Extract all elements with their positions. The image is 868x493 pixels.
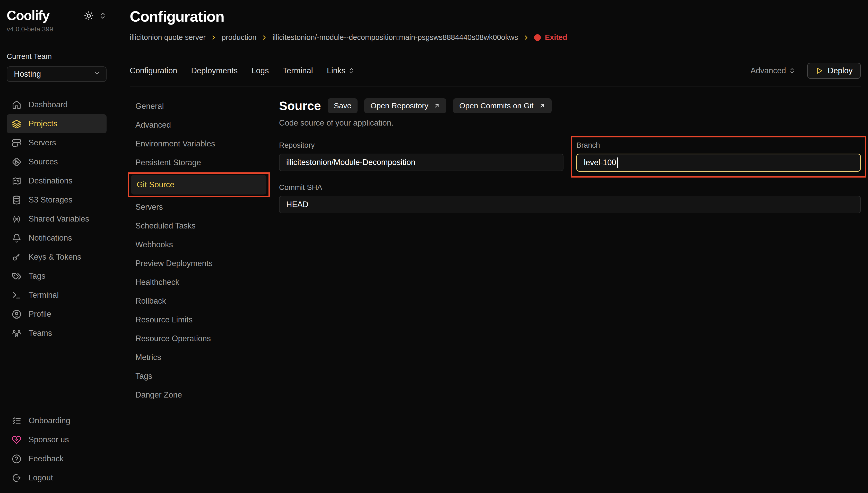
- subnav-item-rollback[interactable]: Rollback: [130, 292, 267, 310]
- branch-label: Branch: [576, 141, 861, 150]
- sidebar-item-sources[interactable]: Sources: [7, 152, 107, 171]
- sidebar: Coolify v4.0.0-beta.399 Current Team Hos…: [0, 0, 113, 493]
- sidebar-item-tags[interactable]: Tags: [7, 266, 107, 286]
- layers-icon: [12, 119, 21, 129]
- commit-sha-label: Commit SHA: [279, 183, 861, 192]
- subnav-item-preview-deployments[interactable]: Preview Deployments: [130, 254, 267, 273]
- subnav-item-servers[interactable]: Servers: [130, 198, 267, 216]
- advanced-toggle[interactable]: Advanced: [750, 66, 796, 76]
- sidebar-item-sponsor-us[interactable]: Sponsor us: [7, 430, 107, 449]
- variable-icon: [12, 214, 21, 224]
- sidebar-item-logout[interactable]: Logout: [7, 468, 107, 487]
- sidebar-item-feedback[interactable]: Feedback: [7, 449, 107, 468]
- app-logo: Coolify: [7, 8, 49, 23]
- repository-input[interactable]: [279, 154, 564, 171]
- tab-configuration[interactable]: Configuration: [130, 66, 177, 76]
- chevron-right-icon: [261, 34, 268, 41]
- tab-links[interactable]: Links: [327, 66, 355, 76]
- logout-icon: [12, 473, 21, 483]
- heart-icon: [12, 435, 21, 445]
- sidebar-nav: Dashboard Projects Servers Sources Desti…: [7, 95, 107, 343]
- coolify-app: Coolify v4.0.0-beta.399 Current Team Hos…: [0, 0, 868, 493]
- subnav-item-persistent-storage[interactable]: Persistent Storage: [130, 153, 267, 172]
- subnav-item-tags[interactable]: Tags: [130, 367, 267, 385]
- breadcrumb-application[interactable]: illicitestonion/-module--decomposition:m…: [272, 33, 518, 42]
- current-team-label: Current Team: [7, 52, 107, 61]
- config-subnav: General Advanced Environment Variables P…: [130, 97, 267, 404]
- subnav-item-danger-zone[interactable]: Danger Zone: [130, 385, 267, 404]
- sidebar-item-servers[interactable]: Servers: [7, 133, 107, 152]
- external-link-icon: [539, 102, 546, 109]
- subnav-item-resource-operations[interactable]: Resource Operations: [130, 329, 267, 348]
- status-dot-icon: [534, 34, 541, 41]
- repository-field: Repository: [279, 141, 564, 177]
- sidebar-item-keys-tokens[interactable]: Keys & Tokens: [7, 248, 107, 266]
- team-select[interactable]: Hosting: [7, 66, 107, 82]
- subnav-item-resource-limits[interactable]: Resource Limits: [130, 310, 267, 329]
- sidebar-item-dashboard[interactable]: Dashboard: [7, 95, 107, 114]
- save-button[interactable]: Save: [328, 98, 358, 113]
- key-icon: [12, 252, 21, 262]
- checklist-icon: [12, 416, 21, 426]
- chevrons-up-down-icon: [789, 67, 796, 74]
- theme-chevrons-icon[interactable]: [99, 12, 107, 20]
- breadcrumb-project[interactable]: illicitonion quote server: [130, 33, 206, 42]
- main-content: Configuration illicitonion quote server …: [113, 0, 868, 493]
- tab-terminal[interactable]: Terminal: [283, 66, 313, 76]
- bell-icon: [12, 233, 21, 243]
- deploy-button[interactable]: Deploy: [807, 63, 861, 79]
- open-repository-button[interactable]: Open Repository: [364, 98, 446, 113]
- map-icon: [12, 176, 21, 186]
- subnav-item-webhooks[interactable]: Webhooks: [130, 235, 267, 254]
- sidebar-item-shared-variables[interactable]: Shared Variables: [7, 210, 107, 229]
- subnav-item-scheduled-tasks[interactable]: Scheduled Tasks: [130, 216, 267, 235]
- team-select-value: Hosting: [14, 69, 41, 79]
- section-title: Source: [279, 99, 321, 113]
- page-title: Configuration: [130, 8, 861, 25]
- tab-logs[interactable]: Logs: [252, 66, 269, 76]
- text-cursor: [617, 157, 618, 168]
- tab-deployments[interactable]: Deployments: [191, 66, 238, 76]
- chevrons-up-down-icon: [348, 67, 355, 74]
- git-source-annotation-box: Git Source: [128, 172, 270, 197]
- app-version: v4.0.0-beta.399: [7, 25, 107, 33]
- sidebar-bottom-nav: Onboarding Sponsor us Feedback Logout: [7, 411, 107, 487]
- play-icon: [816, 67, 823, 74]
- repository-label: Repository: [279, 141, 564, 150]
- breadcrumb-environment[interactable]: production: [221, 33, 256, 42]
- subnav-item-general[interactable]: General: [130, 97, 267, 115]
- users-icon: [12, 328, 21, 338]
- tabs: Configuration Deployments Logs Terminal …: [130, 66, 355, 76]
- help-circle-icon: [12, 454, 21, 464]
- branch-input[interactable]: level-100: [576, 154, 861, 172]
- header-actions: Advanced Deploy: [750, 63, 861, 79]
- chevron-right-icon: [523, 34, 529, 41]
- subnav-item-git-source[interactable]: Git Source: [131, 175, 267, 194]
- subnav-item-metrics[interactable]: Metrics: [130, 348, 267, 367]
- breadcrumb: illicitonion quote server production ill…: [130, 33, 861, 42]
- subnav-item-healthcheck[interactable]: Healthcheck: [130, 273, 267, 292]
- theme-sun-icon[interactable]: [84, 11, 94, 21]
- sidebar-item-profile[interactable]: Profile: [7, 305, 107, 324]
- sidebar-item-teams[interactable]: Teams: [7, 324, 107, 343]
- sidebar-item-destinations[interactable]: Destinations: [7, 171, 107, 190]
- chevron-right-icon: [210, 34, 217, 41]
- subnav-item-environment-variables[interactable]: Environment Variables: [130, 134, 267, 153]
- sidebar-item-notifications[interactable]: Notifications: [7, 229, 107, 248]
- sidebar-item-projects[interactable]: Projects: [7, 114, 107, 133]
- tabs-divider: [130, 86, 861, 86]
- sidebar-item-terminal[interactable]: Terminal: [7, 286, 107, 305]
- external-link-icon: [433, 102, 440, 109]
- branch-field: Branch level-100: [576, 141, 861, 177]
- section-description: Code source of your application.: [279, 119, 861, 128]
- chevron-down-icon: [93, 69, 101, 79]
- open-commits-button[interactable]: Open Commits on Git: [453, 98, 551, 113]
- sidebar-item-s3-storages[interactable]: S3 Storages: [7, 190, 107, 210]
- commit-sha-input[interactable]: [279, 196, 861, 213]
- sidebar-item-onboarding[interactable]: Onboarding: [7, 411, 107, 430]
- subnav-item-advanced[interactable]: Advanced: [130, 115, 267, 134]
- terminal-icon: [12, 291, 21, 300]
- user-icon: [12, 309, 21, 319]
- source-fields: Repository Branch level-100: [279, 141, 861, 213]
- tags-icon: [12, 272, 21, 281]
